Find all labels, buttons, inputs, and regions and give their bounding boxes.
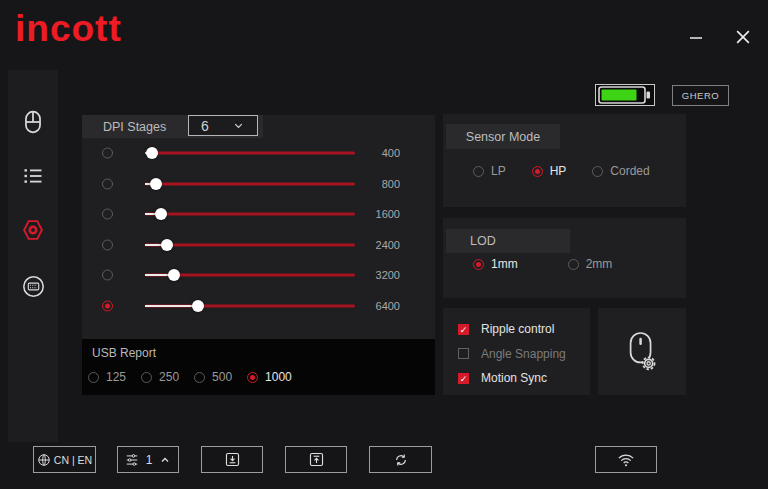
motion-options-list: Ripple control Angle Snapping Motion Syn… bbox=[458, 323, 566, 384]
radio-label: 1000 bbox=[265, 370, 292, 384]
checkbox-icon bbox=[458, 348, 469, 359]
dpi-slider[interactable] bbox=[145, 169, 355, 200]
device-name-button[interactable]: GHERO bbox=[672, 85, 729, 106]
dpi-panel: DPI Stages 6 400 bbox=[82, 115, 435, 395]
radio-label: 2mm bbox=[586, 257, 613, 271]
lod-option[interactable]: 1mm bbox=[473, 257, 518, 271]
radio-icon bbox=[532, 166, 543, 177]
minimize-button[interactable] bbox=[678, 26, 714, 50]
dpi-stage-row: 400 bbox=[82, 138, 435, 169]
usb-rate-option[interactable]: 250 bbox=[141, 370, 179, 384]
language-toggle-button[interactable]: CN | EN bbox=[33, 446, 96, 473]
lod-option[interactable]: 2mm bbox=[568, 257, 613, 271]
radio-label: Corded bbox=[610, 164, 649, 178]
profile-selector-button[interactable]: 1 bbox=[117, 446, 179, 473]
sensor-mode-option[interactable]: LP bbox=[473, 164, 506, 178]
usb-rate-option[interactable]: 1000 bbox=[247, 370, 292, 384]
sidebar-item-mouse[interactable] bbox=[8, 108, 58, 136]
radio-icon bbox=[88, 372, 99, 383]
slider-track-filled bbox=[145, 305, 198, 307]
wifi-icon bbox=[617, 452, 635, 468]
sidebar-item-keyboard[interactable] bbox=[8, 272, 58, 300]
dpi-main-area: DPI Stages 6 400 bbox=[82, 115, 435, 339]
checkbox-label: Ripple control bbox=[481, 322, 554, 336]
radio-label: LP bbox=[491, 164, 506, 178]
restore-default-button[interactable] bbox=[369, 446, 432, 473]
dpi-slider[interactable] bbox=[145, 260, 355, 291]
checkbox-icon bbox=[458, 373, 469, 384]
dpi-stage-radio[interactable] bbox=[102, 239, 113, 250]
radio-label: 125 bbox=[106, 370, 126, 384]
dpi-value-label: 2400 bbox=[360, 239, 400, 251]
settings-hexagon-icon bbox=[20, 217, 46, 243]
dpi-stage-radio[interactable] bbox=[102, 148, 113, 159]
radio-label: 500 bbox=[212, 370, 232, 384]
sensor-mode-option[interactable]: HP bbox=[532, 164, 567, 178]
dpi-stage-radio[interactable] bbox=[102, 209, 113, 220]
radio-icon bbox=[568, 259, 579, 270]
dpi-stage-row: 3200 bbox=[82, 260, 435, 291]
checkbox-option[interactable]: Ripple control bbox=[458, 323, 566, 335]
import-config-button[interactable] bbox=[201, 446, 263, 473]
checkbox-option[interactable]: Motion Sync bbox=[458, 372, 566, 384]
download-icon bbox=[224, 451, 241, 468]
dpi-stage-radio[interactable] bbox=[102, 270, 113, 281]
wireless-connect-button[interactable] bbox=[595, 446, 657, 473]
sensor-mode-panel: Sensor Mode LP HP Corded bbox=[443, 114, 686, 207]
dpi-stage-count-dropdown[interactable]: 6 bbox=[188, 115, 258, 136]
dpi-stage-row: 800 bbox=[82, 169, 435, 200]
radio-icon bbox=[141, 372, 152, 383]
radio-icon bbox=[247, 372, 258, 383]
globe-icon bbox=[37, 453, 51, 467]
dpi-value-label: 1600 bbox=[360, 208, 400, 220]
dpi-stage-row: 1600 bbox=[82, 199, 435, 230]
slider-thumb[interactable] bbox=[161, 239, 173, 251]
sensor-mode-header: Sensor Mode bbox=[446, 124, 560, 149]
export-config-button[interactable] bbox=[285, 446, 347, 473]
slider-thumb[interactable] bbox=[168, 269, 180, 281]
slider-track bbox=[145, 243, 355, 246]
dpi-slider[interactable] bbox=[145, 199, 355, 230]
checkbox-option[interactable]: Angle Snapping bbox=[458, 348, 566, 360]
lod-header: LOD bbox=[446, 229, 570, 253]
close-button[interactable] bbox=[722, 18, 764, 56]
app-window: incott GHERO bbox=[0, 0, 768, 489]
slider-thumb[interactable] bbox=[150, 178, 162, 190]
checkbox-label: Angle Snapping bbox=[481, 347, 566, 361]
radio-icon bbox=[473, 259, 484, 270]
dpi-stage-row: 6400 bbox=[82, 291, 435, 322]
sensor-mode-option[interactable]: Corded bbox=[592, 164, 649, 178]
lod-panel: LOD 1mm 2mm bbox=[443, 218, 686, 298]
list-icon bbox=[21, 164, 45, 188]
usb-rate-option[interactable]: 500 bbox=[194, 370, 232, 384]
sidebar-item-macro-list[interactable] bbox=[8, 162, 58, 190]
slider-thumb[interactable] bbox=[155, 208, 167, 220]
dpi-stage-radio[interactable] bbox=[102, 178, 113, 189]
dpi-stage-list: 400 800 bbox=[82, 138, 435, 321]
sidebar-item-performance[interactable] bbox=[8, 216, 58, 244]
dpi-stage-count-value: 6 bbox=[201, 118, 209, 134]
dpi-slider[interactable] bbox=[145, 230, 355, 261]
slider-thumb[interactable] bbox=[146, 147, 158, 159]
radio-icon bbox=[473, 166, 484, 177]
slider-track bbox=[145, 152, 355, 155]
refresh-icon bbox=[393, 452, 409, 468]
dpi-value-label: 3200 bbox=[360, 269, 400, 281]
chevron-down-icon bbox=[232, 119, 245, 132]
motion-options-panel: Ripple control Angle Snapping Motion Syn… bbox=[443, 308, 590, 395]
checkbox-icon bbox=[458, 324, 469, 335]
dpi-slider[interactable] bbox=[145, 138, 355, 169]
radio-icon bbox=[194, 372, 205, 383]
dpi-stage-radio[interactable] bbox=[102, 300, 113, 311]
dpi-slider[interactable] bbox=[145, 291, 355, 322]
slider-track bbox=[145, 182, 355, 185]
radio-icon bbox=[592, 166, 603, 177]
usb-report-section: USB Report 125 250 500 1000 bbox=[82, 339, 435, 395]
slider-thumb[interactable] bbox=[192, 300, 204, 312]
usb-rate-option[interactable]: 125 bbox=[88, 370, 126, 384]
minimize-icon bbox=[687, 29, 705, 47]
chevron-up-icon bbox=[159, 454, 171, 466]
app-logo: incott bbox=[15, 8, 122, 50]
dpi-stages-label: DPI Stages bbox=[103, 120, 166, 134]
radio-label: 1mm bbox=[491, 257, 518, 271]
